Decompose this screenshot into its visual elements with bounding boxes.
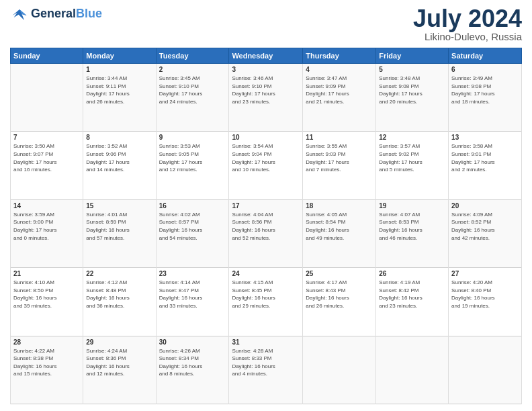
column-header-tuesday: Tuesday xyxy=(156,48,229,64)
calendar-cell xyxy=(11,64,83,132)
day-number: 8 xyxy=(86,134,152,141)
calendar-cell: 7Sunrise: 3:50 AM Sunset: 9:07 PM Daylig… xyxy=(11,132,83,199)
day-info: Sunrise: 3:47 AM Sunset: 9:09 PM Dayligh… xyxy=(306,75,373,105)
day-number: 4 xyxy=(306,66,373,73)
day-info: Sunrise: 4:12 AM Sunset: 8:48 PM Dayligh… xyxy=(86,279,152,310)
calendar-cell: 15Sunrise: 4:01 AM Sunset: 8:59 PM Dayli… xyxy=(83,199,156,267)
day-info: Sunrise: 3:48 AM Sunset: 9:08 PM Dayligh… xyxy=(379,75,445,105)
day-number: 31 xyxy=(232,338,300,346)
day-number: 21 xyxy=(13,270,80,277)
day-info: Sunrise: 4:02 AM Sunset: 8:57 PM Dayligh… xyxy=(159,211,226,242)
column-header-thursday: Thursday xyxy=(303,48,376,64)
day-info: Sunrise: 4:15 AM Sunset: 8:45 PM Dayligh… xyxy=(232,279,300,310)
day-info: Sunrise: 3:44 AM Sunset: 9:11 PM Dayligh… xyxy=(86,75,152,105)
day-info: Sunrise: 4:09 AM Sunset: 8:52 PM Dayligh… xyxy=(451,211,519,242)
day-info: Sunrise: 3:45 AM Sunset: 9:10 PM Dayligh… xyxy=(159,75,226,105)
calendar-table: SundayMondayTuesdayWednesdayThursdayFrid… xyxy=(10,48,522,404)
day-number: 3 xyxy=(232,66,300,73)
day-number: 14 xyxy=(13,202,80,210)
calendar-cell xyxy=(376,336,449,404)
calendar-cell: 10Sunrise: 3:54 AM Sunset: 9:04 PM Dayli… xyxy=(229,132,303,199)
day-number: 26 xyxy=(379,270,445,277)
day-number: 30 xyxy=(159,338,226,346)
day-info: Sunrise: 4:22 AM Sunset: 8:38 PM Dayligh… xyxy=(13,347,80,378)
calendar-cell: 26Sunrise: 4:19 AM Sunset: 8:42 PM Dayli… xyxy=(376,268,449,336)
page: GeneralBlue July 2024 Likino-Dulevo, Rus… xyxy=(0,0,532,411)
day-number: 13 xyxy=(451,134,519,141)
day-info: Sunrise: 3:53 AM Sunset: 9:05 PM Dayligh… xyxy=(159,142,226,173)
day-info: Sunrise: 4:01 AM Sunset: 8:59 PM Dayligh… xyxy=(86,211,152,242)
day-info: Sunrise: 3:49 AM Sunset: 9:08 PM Dayligh… xyxy=(451,75,519,105)
calendar-cell: 13Sunrise: 3:58 AM Sunset: 9:01 PM Dayli… xyxy=(449,132,522,199)
day-info: Sunrise: 4:07 AM Sunset: 8:53 PM Dayligh… xyxy=(379,211,445,242)
calendar-cell: 24Sunrise: 4:15 AM Sunset: 8:45 PM Dayli… xyxy=(229,268,303,336)
calendar-cell: 18Sunrise: 4:05 AM Sunset: 8:54 PM Dayli… xyxy=(303,199,376,267)
calendar-cell: 11Sunrise: 3:55 AM Sunset: 9:03 PM Dayli… xyxy=(303,132,376,199)
week-row-4: 21Sunrise: 4:10 AM Sunset: 8:50 PM Dayli… xyxy=(11,268,522,336)
day-number: 22 xyxy=(86,270,152,277)
day-number: 24 xyxy=(232,270,300,277)
day-number: 16 xyxy=(159,202,226,210)
column-header-sunday: Sunday xyxy=(11,48,83,64)
calendar-cell: 19Sunrise: 4:07 AM Sunset: 8:53 PM Dayli… xyxy=(376,199,449,267)
calendar-cell: 28Sunrise: 4:22 AM Sunset: 8:38 PM Dayli… xyxy=(11,336,83,404)
calendar-cell: 25Sunrise: 4:17 AM Sunset: 8:43 PM Dayli… xyxy=(303,268,376,336)
day-number: 19 xyxy=(379,202,445,210)
location-title: Likino-Dulevo, Russia xyxy=(413,31,522,42)
day-number: 28 xyxy=(13,338,80,346)
day-number: 25 xyxy=(306,270,373,277)
week-row-5: 28Sunrise: 4:22 AM Sunset: 8:38 PM Dayli… xyxy=(11,336,522,404)
calendar-cell: 20Sunrise: 4:09 AM Sunset: 8:52 PM Dayli… xyxy=(449,199,522,267)
calendar-cell: 9Sunrise: 3:53 AM Sunset: 9:05 PM Daylig… xyxy=(156,132,229,199)
calendar-cell: 21Sunrise: 4:10 AM Sunset: 8:50 PM Dayli… xyxy=(11,268,83,336)
day-number: 27 xyxy=(451,270,519,277)
day-number: 20 xyxy=(451,202,519,210)
calendar-cell: 8Sunrise: 3:52 AM Sunset: 9:06 PM Daylig… xyxy=(83,132,156,199)
day-number: 9 xyxy=(159,134,226,141)
day-info: Sunrise: 3:57 AM Sunset: 9:02 PM Dayligh… xyxy=(379,142,445,173)
day-number: 1 xyxy=(86,66,152,73)
day-info: Sunrise: 4:05 AM Sunset: 8:54 PM Dayligh… xyxy=(306,211,373,242)
calendar-cell: 6Sunrise: 3:49 AM Sunset: 9:08 PM Daylig… xyxy=(449,64,522,132)
day-info: Sunrise: 3:54 AM Sunset: 9:04 PM Dayligh… xyxy=(232,142,300,173)
day-info: Sunrise: 4:17 AM Sunset: 8:43 PM Dayligh… xyxy=(306,279,373,310)
calendar-cell: 5Sunrise: 3:48 AM Sunset: 9:08 PM Daylig… xyxy=(376,64,449,132)
calendar-cell: 17Sunrise: 4:04 AM Sunset: 8:56 PM Dayli… xyxy=(229,199,303,267)
day-info: Sunrise: 3:55 AM Sunset: 9:03 PM Dayligh… xyxy=(306,142,373,173)
calendar-cell: 3Sunrise: 3:46 AM Sunset: 9:10 PM Daylig… xyxy=(229,64,303,132)
calendar-cell: 1Sunrise: 3:44 AM Sunset: 9:11 PM Daylig… xyxy=(83,64,156,132)
day-number: 12 xyxy=(379,134,445,141)
day-number: 11 xyxy=(306,134,373,141)
day-info: Sunrise: 3:52 AM Sunset: 9:06 PM Dayligh… xyxy=(86,142,152,173)
calendar-cell: 4Sunrise: 3:47 AM Sunset: 9:09 PM Daylig… xyxy=(303,64,376,132)
day-info: Sunrise: 4:24 AM Sunset: 8:36 PM Dayligh… xyxy=(86,347,152,378)
day-info: Sunrise: 3:46 AM Sunset: 9:10 PM Dayligh… xyxy=(232,75,300,105)
logo-bird-icon xyxy=(10,7,29,21)
calendar-cell: 12Sunrise: 3:57 AM Sunset: 9:02 PM Dayli… xyxy=(376,132,449,199)
header: GeneralBlue July 2024 Likino-Dulevo, Rus… xyxy=(10,7,522,42)
column-header-saturday: Saturday xyxy=(449,48,522,64)
day-number: 7 xyxy=(13,134,80,141)
column-header-friday: Friday xyxy=(376,48,449,64)
day-info: Sunrise: 3:59 AM Sunset: 9:00 PM Dayligh… xyxy=(13,211,80,242)
day-info: Sunrise: 4:04 AM Sunset: 8:56 PM Dayligh… xyxy=(232,211,300,242)
week-row-1: 1Sunrise: 3:44 AM Sunset: 9:11 PM Daylig… xyxy=(11,64,522,132)
day-number: 23 xyxy=(159,270,226,277)
column-header-monday: Monday xyxy=(83,48,156,64)
month-title: July 2024 xyxy=(413,7,522,31)
calendar-cell: 16Sunrise: 4:02 AM Sunset: 8:57 PM Dayli… xyxy=(156,199,229,267)
day-info: Sunrise: 4:20 AM Sunset: 8:40 PM Dayligh… xyxy=(451,279,519,310)
logo-text: GeneralBlue xyxy=(31,7,102,21)
calendar-cell: 23Sunrise: 4:14 AM Sunset: 8:47 PM Dayli… xyxy=(156,268,229,336)
calendar-cell: 22Sunrise: 4:12 AM Sunset: 8:48 PM Dayli… xyxy=(83,268,156,336)
day-number: 18 xyxy=(306,202,373,210)
day-info: Sunrise: 4:14 AM Sunset: 8:47 PM Dayligh… xyxy=(159,279,226,310)
column-header-wednesday: Wednesday xyxy=(229,48,303,64)
day-number: 5 xyxy=(379,66,445,73)
logo: GeneralBlue xyxy=(10,7,102,21)
calendar-cell: 30Sunrise: 4:26 AM Sunset: 8:34 PM Dayli… xyxy=(156,336,229,404)
day-info: Sunrise: 4:26 AM Sunset: 8:34 PM Dayligh… xyxy=(159,347,226,378)
day-info: Sunrise: 4:10 AM Sunset: 8:50 PM Dayligh… xyxy=(13,279,80,310)
calendar-cell: 14Sunrise: 3:59 AM Sunset: 9:00 PM Dayli… xyxy=(11,199,83,267)
day-number: 6 xyxy=(451,66,519,73)
